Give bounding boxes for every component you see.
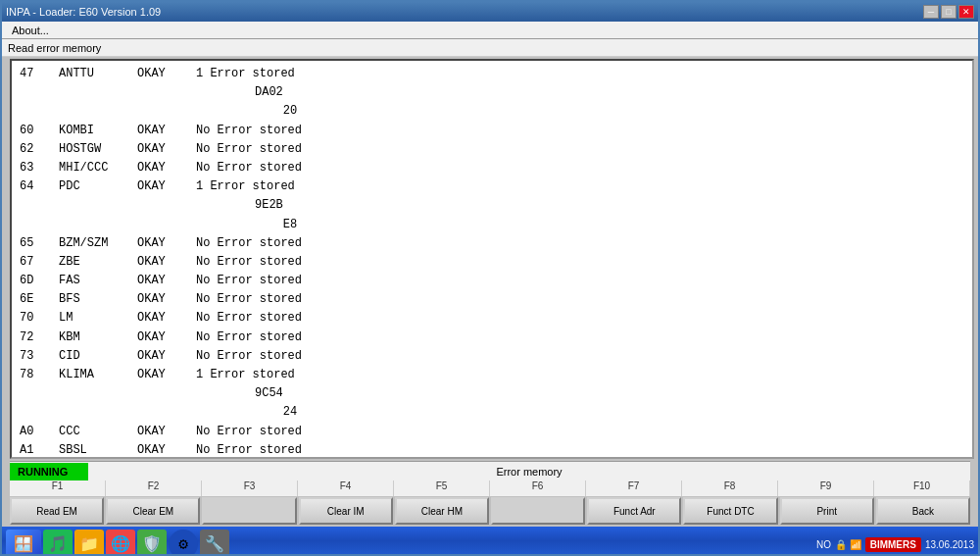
row-info: No Error stored [196,140,392,159]
row-name: BFS [59,290,137,309]
fn-buttons: Read EMClear EMClear IMClear HMFunct Adr… [10,497,970,525]
maximize-button[interactable]: □ [941,5,956,19]
table-row: 47 ANTTU OKAY 1 Error stored DA02 20 [20,65,964,122]
row-name: FAS [59,272,137,290]
row-status: OKAY [137,159,196,177]
close-button[interactable]: ✕ [958,5,974,19]
row-addr: 73 [20,347,59,366]
row-status: OKAY [137,122,196,140]
taskbar-shield[interactable]: 🛡️ [137,530,167,556]
row-info: No Error stored [196,441,392,459]
taskbar-files[interactable]: 📁 [74,530,104,556]
taskbar-tool[interactable]: 🔧 [200,530,229,556]
row-info: No Error stored [196,234,392,253]
row-addr: 63 [20,159,59,177]
fn-button-f1[interactable]: Read EM [10,497,104,525]
fn-button-f4[interactable]: Clear IM [299,497,393,525]
table-row: 72 KBM OKAY No Error stored [20,329,964,347]
fn-label-f8: F8 [682,480,778,496]
title-bar: INPA - Loader: E60 Version 1.09 ─ □ ✕ [2,2,978,22]
fn-key-labels: F1F2F3F4F5F6F7F8F9F10 [10,480,970,496]
row-info: No Error stored [196,329,392,347]
row-status: OKAY [137,253,196,272]
running-badge: RUNNING [10,463,88,480]
row-addr: A1 [20,441,59,459]
row-addr: 67 [20,253,59,272]
taskbar-bmw[interactable]: ⚙️ [169,530,198,556]
table-row: 60 KOMBI OKAY No Error stored [20,122,964,140]
row-addr: 70 [20,309,59,328]
fn-label-f9: F9 [778,480,874,496]
row-status: OKAY [137,234,196,253]
table-row: 73 CID OKAY No Error stored [20,347,964,366]
fn-button-f2[interactable]: Clear EM [106,497,200,525]
taskbar-right: NO 🔒 📶 BIMMERS 13.06.2013 [816,537,974,552]
menu-bar: About... [2,22,978,39]
row-info: No Error stored [196,253,392,272]
row-name: CCC [59,423,137,441]
row-status: OKAY [137,65,196,83]
fn-label-f7: F7 [586,480,682,496]
row-status: OKAY [137,366,196,384]
row-addr: 64 [20,177,59,196]
row-status: OKAY [137,177,196,196]
row-name: LM [59,309,137,328]
row-status: OKAY [137,272,196,290]
table-row: A1 SBSL OKAY No Error stored [20,441,964,459]
row-info: No Error stored [196,309,392,328]
start-button[interactable]: 🪟 [6,530,41,556]
menu-about[interactable]: About... [6,23,55,38]
fn-label-f3: F3 [202,480,298,496]
row-name: PDC [59,177,137,196]
row-addr: 72 [20,329,59,347]
row-info: No Error stored [196,347,392,366]
taskbar-browser[interactable]: 🌐 [106,530,135,556]
taskbar-music[interactable]: 🎵 [43,530,73,556]
fn-button-f7[interactable]: Funct Adr [587,497,681,525]
fn-button-f10[interactable]: Back [876,497,970,525]
minimize-button[interactable]: ─ [923,5,939,19]
fn-label-f10: F10 [874,480,970,496]
fn-button-f6 [491,497,585,525]
status-bar: RUNNING Error memory [10,461,970,480]
row-info: 1 Error stored 9C54 24 [196,366,392,423]
row-status: OKAY [137,423,196,441]
row-name: CID [59,347,137,366]
row-addr: 6E [20,290,59,309]
row-addr: 47 [20,65,59,83]
row-name: BZM/SZM [59,234,137,253]
fn-label-f2: F2 [106,480,202,496]
main-content[interactable]: 47 ANTTU OKAY 1 Error stored DA02 20 60 … [10,59,974,459]
row-info: No Error stored [196,423,392,441]
table-row: 64 PDC OKAY 1 Error stored 9E2B E8 [20,177,964,234]
title-bar-controls: ─ □ ✕ [923,5,974,19]
row-info: No Error stored [196,290,392,309]
table-row: 65 BZM/SZM OKAY No Error stored [20,234,964,253]
row-status: OKAY [137,329,196,347]
row-info: No Error stored [196,272,392,290]
row-addr: 60 [20,122,59,140]
row-name: HOSTGW [59,140,137,159]
row-info: 1 Error stored DA02 20 [196,65,392,122]
fn-label-f4: F4 [298,480,394,496]
clock: 13.06.2013 [925,539,974,550]
table-row: A0 CCC OKAY No Error stored [20,423,964,441]
row-addr: 6D [20,272,59,290]
fn-label-f6: F6 [490,480,586,496]
table-row: 67 ZBE OKAY No Error stored [20,253,964,272]
fn-button-f9[interactable]: Print [780,497,874,525]
sys-tray-icons: 🔒 📶 [835,539,861,550]
row-name: SBSL [59,441,137,459]
row-status: OKAY [137,347,196,366]
row-status: OKAY [137,309,196,328]
row-info: 1 Error stored 9E2B E8 [196,177,392,234]
row-name: KBM [59,329,137,347]
fn-button-f8[interactable]: Funct DTC [683,497,777,525]
row-name: MHI/CCC [59,159,137,177]
fn-button-f5[interactable]: Clear HM [395,497,489,525]
row-name: ZBE [59,253,137,272]
status-center: Error memory [88,466,970,478]
title-text: INPA - Loader: E60 Version 1.09 [6,6,161,18]
row-name: KOMBI [59,122,137,140]
row-name: ANTTU [59,65,137,83]
